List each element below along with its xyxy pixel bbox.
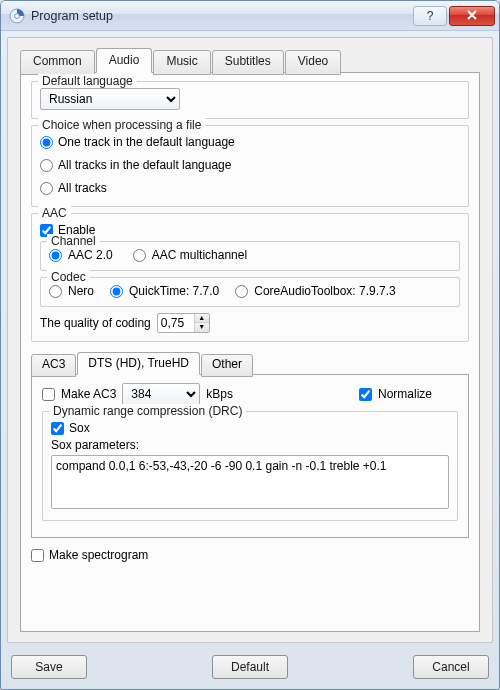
- group-legend: Dynamic range compression (DRC): [49, 404, 246, 418]
- checkbox-label: Make AC3: [61, 387, 116, 401]
- quality-input[interactable]: [158, 316, 194, 330]
- tab-label: Video: [298, 54, 328, 68]
- svg-point-1: [15, 13, 20, 18]
- radio-label: AAC 2.0: [68, 248, 113, 262]
- codec-subtabs: AC3 DTS (HD), TrueHD Other: [31, 352, 469, 375]
- help-button[interactable]: ?: [413, 6, 447, 26]
- tab-label: Other: [212, 357, 242, 371]
- checkbox-label: Sox: [69, 421, 90, 435]
- tab-label: DTS (HD), TrueHD: [88, 356, 189, 370]
- radio-label: QuickTime: 7.7.0: [129, 284, 219, 298]
- spectrogram-checkbox[interactable]: [31, 549, 44, 562]
- tab-label: Audio: [109, 53, 140, 67]
- subtab-ac3[interactable]: AC3: [31, 354, 76, 377]
- client-area: Common Audio Music Subtitles Video Defau…: [7, 37, 493, 643]
- bitrate-unit: kBps: [206, 387, 233, 401]
- button-label: Default: [231, 660, 269, 674]
- window-title: Program setup: [31, 9, 413, 23]
- radio-one-track[interactable]: [40, 136, 53, 149]
- app-icon: [9, 8, 25, 24]
- window: Program setup ? Common Audio Music Subti…: [0, 0, 500, 690]
- group-legend: Choice when processing a file: [38, 118, 205, 132]
- group-legend: Codec: [47, 270, 90, 284]
- radio-aac-multichannel[interactable]: [133, 249, 146, 262]
- radio-label: All tracks: [58, 181, 107, 195]
- radio-codec-quicktime[interactable]: [110, 285, 123, 298]
- subtab-other[interactable]: Other: [201, 354, 253, 377]
- group-drc: Dynamic range compression (DRC) Sox Sox …: [42, 411, 458, 521]
- save-button[interactable]: Save: [11, 655, 87, 679]
- quality-label: The quality of coding: [40, 316, 151, 330]
- button-label: Cancel: [432, 660, 469, 674]
- group-legend: Default language: [38, 74, 137, 88]
- tab-label: AC3: [42, 357, 65, 371]
- titlebar-buttons: ?: [413, 6, 495, 26]
- radio-label: Nero: [68, 284, 94, 298]
- tab-audio[interactable]: Audio: [96, 48, 153, 73]
- tab-label: Music: [166, 54, 197, 68]
- chevron-down-icon[interactable]: ▼: [195, 323, 209, 332]
- radio-codec-coreaudio[interactable]: [235, 285, 248, 298]
- bitrate-select[interactable]: 384: [122, 383, 200, 405]
- tab-body-audio: Default language Russian Choice when pro…: [20, 72, 480, 632]
- group-legend: AAC: [38, 206, 71, 220]
- tab-video[interactable]: Video: [285, 50, 341, 75]
- radio-label: CoreAudioToolbox: 7.9.7.3: [254, 284, 395, 298]
- checkbox-label: Normalize: [378, 387, 432, 401]
- dialog-footer: Save Default Cancel: [1, 649, 499, 689]
- subtab-body-dts: Make AC3 384 kBps Normalize Dynamic rang…: [31, 374, 469, 538]
- checkbox-label: Make spectrogram: [49, 548, 148, 562]
- close-button[interactable]: [449, 6, 495, 26]
- group-processing-choice: Choice when processing a file One track …: [31, 125, 469, 207]
- sox-params-input[interactable]: [51, 455, 449, 509]
- group-codec: Codec Nero QuickTime: 7.7.0 CoreAudioToo…: [40, 277, 460, 307]
- tab-common[interactable]: Common: [20, 50, 95, 75]
- radio-codec-nero[interactable]: [49, 285, 62, 298]
- radio-aac20[interactable]: [49, 249, 62, 262]
- radio-label: All tracks in the default language: [58, 158, 231, 172]
- group-default-language: Default language Russian: [31, 81, 469, 119]
- tab-label: Subtitles: [225, 54, 271, 68]
- radio-all-default[interactable]: [40, 159, 53, 172]
- radio-all-tracks[interactable]: [40, 182, 53, 195]
- tab-label: Common: [33, 54, 82, 68]
- group-legend: Channel: [47, 234, 100, 248]
- tab-subtitles[interactable]: Subtitles: [212, 50, 284, 75]
- tab-music[interactable]: Music: [153, 50, 210, 75]
- radio-label: AAC multichannel: [152, 248, 247, 262]
- close-icon: [466, 9, 478, 23]
- subtab-dts[interactable]: DTS (HD), TrueHD: [77, 352, 200, 375]
- titlebar: Program setup ?: [1, 1, 499, 31]
- quality-spinner[interactable]: ▲ ▼: [157, 313, 210, 333]
- default-language-select[interactable]: Russian: [40, 88, 180, 110]
- cancel-button[interactable]: Cancel: [413, 655, 489, 679]
- question-icon: ?: [427, 9, 434, 23]
- sox-checkbox[interactable]: [51, 422, 64, 435]
- button-label: Save: [35, 660, 62, 674]
- main-tabstrip: Common Audio Music Subtitles Video: [20, 48, 480, 73]
- make-ac3-checkbox[interactable]: [42, 388, 55, 401]
- radio-label: One track in the default language: [58, 135, 235, 149]
- group-channel: Channel AAC 2.0 AAC multichannel: [40, 241, 460, 271]
- default-button[interactable]: Default: [212, 655, 288, 679]
- normalize-checkbox[interactable]: [359, 388, 372, 401]
- chevron-up-icon[interactable]: ▲: [195, 314, 209, 323]
- sox-params-label: Sox parameters:: [51, 438, 449, 452]
- group-aac: AAC Enable Channel AAC 2.0 AAC multichan…: [31, 213, 469, 342]
